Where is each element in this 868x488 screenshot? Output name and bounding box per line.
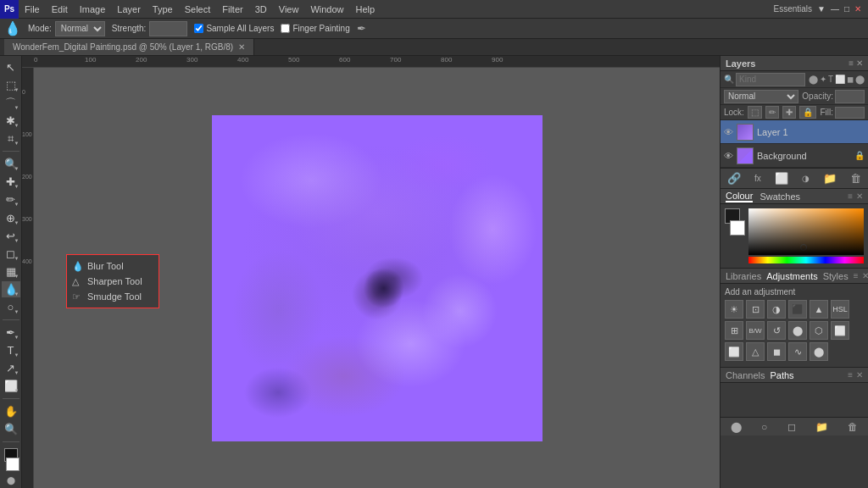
strength-input[interactable]: 50% bbox=[149, 21, 187, 36]
chan-fill-btn[interactable]: ⬤ bbox=[731, 421, 742, 433]
tab-adjustments[interactable]: Adjustments bbox=[766, 271, 818, 281]
blur-tool[interactable]: 💧▼ bbox=[2, 281, 20, 297]
background-visibility-icon[interactable]: 👁 bbox=[724, 151, 733, 161]
menu-file[interactable]: File bbox=[19, 0, 46, 18]
tab-libraries[interactable]: Libraries bbox=[726, 271, 761, 281]
document-tab[interactable]: WonderFem_Digital Painting.psd @ 50% (La… bbox=[4, 39, 254, 55]
layer-fx-btn[interactable]: fx bbox=[754, 174, 761, 183]
tab-channels[interactable]: Channels bbox=[726, 370, 765, 380]
tab-paths[interactable]: Paths bbox=[770, 370, 793, 380]
chan-new-btn[interactable]: 📁 bbox=[815, 421, 828, 433]
opacity-input[interactable]: 100% bbox=[835, 90, 865, 103]
lock-transparent-btn[interactable]: ⬚ bbox=[748, 106, 762, 119]
tab-close[interactable]: ✕ bbox=[238, 42, 245, 52]
shape-tool[interactable]: ⬜▼ bbox=[2, 378, 20, 394]
mode-select[interactable]: Normal bbox=[55, 21, 105, 36]
layer-item-layer1[interactable]: 👁 Layer 1 bbox=[721, 120, 868, 144]
tab-styles[interactable]: Styles bbox=[823, 271, 849, 281]
pen-tool[interactable]: ✒▼ bbox=[2, 324, 20, 341]
adj-gradient-btn[interactable]: ∿ bbox=[788, 342, 807, 361]
layer-filter-shape[interactable]: ⬜ bbox=[835, 75, 845, 84]
layer-filter-adjustment[interactable]: ✦ bbox=[820, 75, 826, 84]
layer-filter-toggle[interactable]: ⬤ bbox=[855, 75, 865, 84]
clone-tool[interactable]: ⊕▼ bbox=[2, 209, 20, 225]
zoom-tool[interactable]: 🔍 bbox=[2, 421, 20, 437]
background-color[interactable] bbox=[6, 458, 19, 471]
chan-panel-close[interactable]: ✕ bbox=[856, 370, 863, 380]
adj-invert-btn[interactable]: ⬜ bbox=[831, 321, 849, 340]
eraser-tool[interactable]: ◻▼ bbox=[2, 246, 20, 262]
adj-channelmixer-btn[interactable]: ⬤ bbox=[788, 321, 807, 340]
layer-filter-type[interactable]: T bbox=[828, 75, 833, 84]
magic-wand-tool[interactable]: ✱▼ bbox=[2, 113, 20, 129]
color-gradient[interactable] bbox=[748, 208, 864, 255]
workspace-arrow[interactable]: ▼ bbox=[817, 4, 826, 14]
healing-tool[interactable]: ✚▼ bbox=[2, 174, 20, 190]
history-brush-tool[interactable]: ↩▼ bbox=[2, 228, 20, 244]
menu-select[interactable]: Select bbox=[179, 0, 217, 18]
layer-item-background[interactable]: 👁 Background 🔒 bbox=[721, 144, 868, 168]
chan-delete-btn[interactable]: 🗑 bbox=[848, 421, 858, 433]
path-selection-tool[interactable]: ↗▼ bbox=[2, 360, 20, 376]
menu-view[interactable]: View bbox=[273, 0, 305, 18]
adj-levels-btn[interactable]: ⊡ bbox=[746, 300, 765, 319]
adj-selectivecolor-btn[interactable]: ◼ bbox=[767, 342, 786, 361]
quick-mask[interactable]: ⬤ bbox=[7, 476, 15, 485]
smudge-tool-option[interactable]: ☞ Smudge Tool bbox=[67, 289, 159, 304]
adj-hsl-btn[interactable]: HSL bbox=[831, 300, 849, 319]
color-picker-area[interactable] bbox=[748, 208, 864, 263]
layers-panel-menu[interactable]: ≡ bbox=[849, 58, 854, 68]
adj-colorlookup-btn[interactable]: ⬡ bbox=[810, 321, 828, 340]
layers-panel-close[interactable]: ✕ bbox=[856, 58, 863, 68]
adj-vibrance-btn[interactable]: ▲ bbox=[810, 300, 828, 319]
layer-group-btn[interactable]: 📁 bbox=[823, 172, 837, 185]
adj-panel-menu[interactable]: ≡ bbox=[854, 271, 859, 280]
type-tool[interactable]: T▼ bbox=[2, 342, 20, 358]
marquee-tool[interactable]: ⬚▼ bbox=[2, 77, 20, 93]
adj-colorbalance-btn[interactable]: ⊞ bbox=[725, 321, 743, 340]
layer-adjustment-btn[interactable]: ◑ bbox=[802, 174, 810, 183]
hand-tool[interactable]: ✋ bbox=[2, 403, 20, 419]
menu-filter[interactable]: Filter bbox=[216, 0, 248, 18]
adj-solidcolor-btn[interactable]: ⬤ bbox=[810, 342, 828, 361]
menu-image[interactable]: Image bbox=[74, 0, 112, 18]
menu-help[interactable]: Help bbox=[350, 0, 381, 18]
layer-filter-smart[interactable]: ◼ bbox=[847, 75, 854, 84]
finger-painting-checkbox[interactable] bbox=[281, 24, 290, 33]
menu-window[interactable]: Window bbox=[304, 0, 349, 18]
layer1-visibility-icon[interactable]: 👁 bbox=[724, 127, 733, 137]
chan-stroke-btn[interactable]: ○ bbox=[761, 421, 767, 433]
adj-photofilter-btn[interactable]: ↺ bbox=[767, 321, 786, 340]
menu-type[interactable]: Type bbox=[147, 0, 179, 18]
lock-all-btn[interactable]: 🔒 bbox=[799, 106, 816, 119]
color-panel-close[interactable]: ✕ bbox=[856, 191, 863, 201]
lock-position-btn[interactable]: ✚ bbox=[782, 106, 796, 119]
chan-panel-menu[interactable]: ≡ bbox=[848, 370, 853, 380]
layer-delete-btn[interactable]: 🗑 bbox=[850, 172, 861, 185]
layer-link-btn[interactable]: 🔗 bbox=[727, 172, 741, 185]
menu-3d[interactable]: 3D bbox=[249, 0, 273, 18]
layers-search-input[interactable] bbox=[736, 73, 805, 86]
background-swatch[interactable] bbox=[730, 220, 745, 236]
adj-curves-btn[interactable]: ◑ bbox=[767, 300, 786, 319]
window-minimize[interactable]: — bbox=[831, 4, 839, 14]
color-panel-menu[interactable]: ≡ bbox=[848, 191, 853, 201]
painting-canvas[interactable] bbox=[212, 115, 542, 441]
gradient-tool[interactable]: ▦▼ bbox=[2, 263, 20, 280]
window-restore[interactable]: □ bbox=[844, 4, 849, 14]
crop-tool[interactable]: ⌗▼ bbox=[2, 130, 20, 147]
adj-threshold-btn[interactable]: △ bbox=[746, 342, 765, 361]
adj-brightness-btn[interactable]: ☀ bbox=[725, 300, 743, 319]
menu-layer[interactable]: Layer bbox=[111, 0, 147, 18]
blur-tool-option[interactable]: 💧 Blur Tool bbox=[67, 258, 159, 274]
layer-filter-pixel[interactable]: ⬤ bbox=[809, 75, 818, 84]
eyedropper-tool[interactable]: 🔍▼ bbox=[2, 156, 20, 172]
color-hue-bar[interactable] bbox=[748, 257, 864, 263]
adj-posterize-btn[interactable]: ⬜ bbox=[725, 342, 743, 361]
window-close[interactable]: ✕ bbox=[854, 4, 861, 14]
lock-image-btn[interactable]: ✏ bbox=[765, 106, 779, 119]
brush-tool[interactable]: ✏▼ bbox=[2, 191, 20, 208]
chan-selection-btn[interactable]: ◻ bbox=[787, 421, 796, 433]
canvas-area[interactable]: 💧 Blur Tool △ Sharpen Tool ☞ Smudge Tool bbox=[34, 68, 720, 488]
tab-swatches[interactable]: Swatches bbox=[760, 191, 800, 202]
